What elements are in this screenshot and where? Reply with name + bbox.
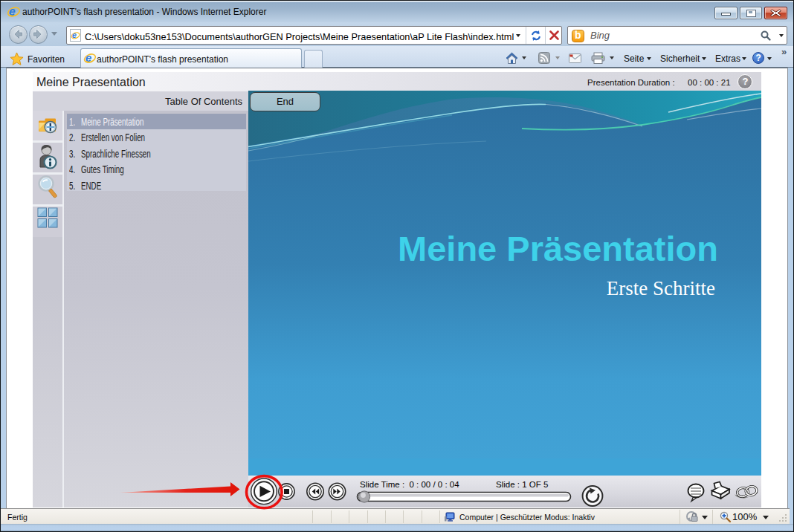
svg-text:e: e (72, 30, 77, 39)
